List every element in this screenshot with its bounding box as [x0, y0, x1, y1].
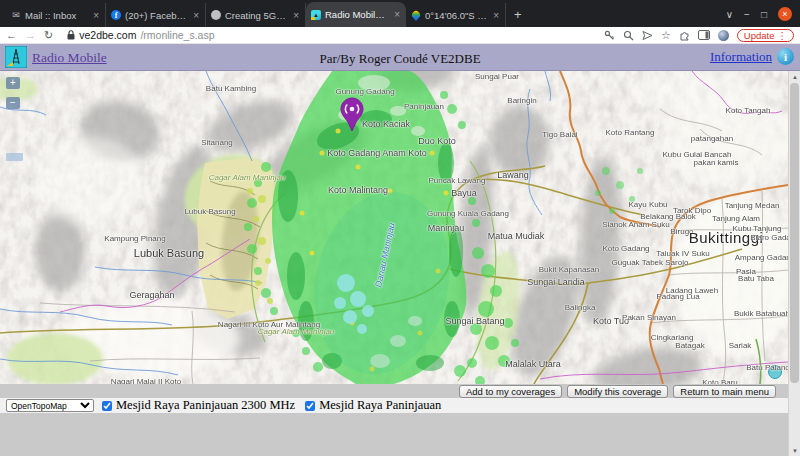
key-icon[interactable] — [604, 30, 615, 41]
basemap-canvas — [0, 71, 788, 384]
side-panel-icon[interactable] — [698, 30, 710, 40]
browser-tab[interactable]: Mail :: Inbox× — [6, 3, 106, 27]
info-icon[interactable]: i — [777, 48, 794, 65]
browser-toolbar: ← → ↻ ve2dbe.com/rmonline_s.asp ☆ — [0, 27, 800, 44]
browser-tab-bar: Mail :: Inbox×(20+) Facebook×Creating 5G… — [0, 0, 800, 27]
return-to-main-menu-button[interactable]: Return to main menu — [673, 385, 776, 398]
reload-icon[interactable]: ↻ — [44, 30, 53, 41]
page-scrollbar[interactable]: ▲ ▼ — [788, 71, 800, 456]
tab-title: (20+) Facebook — [125, 10, 188, 21]
tab-title: 0°14'06.0"S 100°10'33.9"E — [425, 10, 488, 21]
map-scale-chip — [6, 153, 23, 161]
layer-label: Mesjid Raya Paninjauan 2300 MHz — [116, 398, 295, 413]
url-domain: ve2dbe.com — [79, 29, 136, 41]
window-menu-icon[interactable]: ∨ — [726, 9, 733, 20]
toolbar-icons: ☆ Update ⋮ — [604, 29, 794, 42]
browser-tab[interactable]: Creating 5G: Contoh Perenc× — [206, 3, 306, 27]
page-header: Radio Mobile Par/By Roger Coudé VE2DBE I… — [0, 44, 800, 71]
mail-icon — [11, 10, 21, 20]
layer-checkbox[interactable] — [305, 401, 315, 411]
scrollbar-thumb[interactable] — [790, 83, 799, 383]
facebook-icon — [111, 10, 121, 20]
update-button[interactable]: Update ⋮ — [737, 29, 794, 42]
tab-close-icon[interactable]: × — [492, 10, 500, 21]
radio-mobile-logo-icon — [5, 46, 27, 68]
send-icon[interactable] — [642, 30, 653, 41]
byline-text: Par/By Roger Coudé VE2DBE — [0, 51, 800, 67]
zoom-in-button[interactable]: + — [6, 77, 20, 89]
back-icon[interactable]: ← — [6, 30, 17, 41]
tab-title: Creating 5G: Contoh Perenc — [225, 10, 288, 21]
layer-checkbox-item: Mesjid Raya Paninjauan 2300 MHz — [102, 398, 295, 413]
window-controls: ∨ − □ × — [726, 7, 800, 27]
tab-strip: Mail :: Inbox×(20+) Facebook×Creating 5G… — [0, 0, 506, 27]
tab-close-icon[interactable]: × — [393, 9, 401, 20]
kebab-menu-icon: ⋮ — [778, 30, 788, 41]
profile-avatar[interactable] — [718, 30, 729, 41]
bookmark-star-icon[interactable]: ☆ — [661, 30, 671, 41]
layer-controls-row: OpenTopoMap Mesjid Raya Paninjauan 2300 … — [0, 398, 788, 413]
new-tab-button[interactable]: + — [514, 7, 522, 22]
coverage-map[interactable]: Batu KambingSungai PuarGunung GadangPani… — [0, 71, 788, 384]
url-path: /rmonline_s.asp — [140, 29, 214, 41]
address-bar[interactable]: ve2dbe.com/rmonline_s.asp — [67, 29, 596, 41]
maps-icon — [411, 10, 421, 20]
scrollbar-up-icon[interactable]: ▲ — [789, 71, 800, 82]
zoom-icon[interactable] — [623, 30, 634, 41]
information-link[interactable]: Information — [710, 49, 772, 65]
extensions-icon[interactable] — [679, 30, 690, 41]
layer-checkbox-item: Mesjid Raya Paninjauan — [305, 398, 441, 413]
modify-this-coverage-button[interactable]: Modify this coverage — [567, 385, 668, 398]
window-minimize-icon[interactable]: − — [744, 9, 750, 20]
basemap-select[interactable]: OpenTopoMap — [6, 399, 94, 412]
radio-mobile-link[interactable]: Radio Mobile — [32, 50, 107, 66]
coverage-buttons-row: Add to my coveragesModify this coverageR… — [0, 384, 788, 398]
browser-tab[interactable]: Radio Mobile Online× — [306, 2, 406, 27]
tab-close-icon[interactable]: × — [92, 10, 100, 21]
browser-tab[interactable]: (20+) Facebook× — [106, 3, 206, 27]
add-to-my-coverages-button[interactable]: Add to my coverages — [459, 385, 562, 398]
layer-checkbox[interactable] — [102, 401, 112, 411]
radiomobile-icon — [311, 10, 321, 20]
update-label: Update — [744, 30, 775, 41]
doc-icon — [211, 10, 221, 20]
rx-site-marker[interactable] — [769, 366, 782, 379]
tab-close-icon[interactable]: × — [292, 10, 300, 21]
forward-icon[interactable]: → — [25, 30, 36, 41]
window-maximize-icon[interactable]: □ — [761, 9, 767, 20]
tab-title: Radio Mobile Online — [325, 9, 389, 20]
tab-close-icon[interactable]: × — [192, 10, 200, 21]
layer-label: Mesjid Raya Paninjauan — [319, 398, 441, 413]
window-close-icon[interactable]: × — [778, 7, 792, 21]
layer-checkboxes: Mesjid Raya Paninjauan 2300 MHzMesjid Ra… — [102, 398, 441, 413]
zoom-out-button[interactable]: − — [6, 97, 20, 109]
map-zoom-control: + − — [6, 77, 20, 117]
tab-title: Mail :: Inbox — [25, 10, 88, 21]
lock-icon — [67, 30, 75, 40]
browser-tab[interactable]: 0°14'06.0"S 100°10'33.9"E× — [406, 3, 506, 27]
scrollbar-down-icon[interactable]: ▼ — [789, 445, 800, 456]
